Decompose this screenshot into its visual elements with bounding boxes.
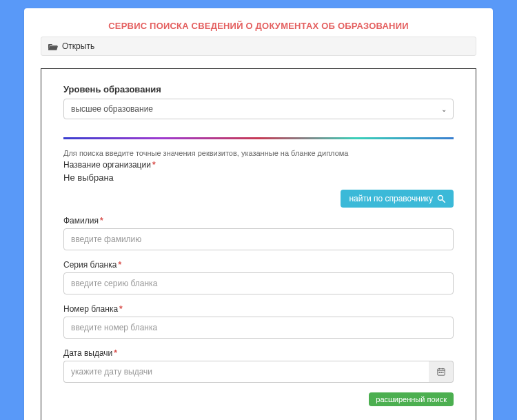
date-label: Дата выдачи* xyxy=(63,348,454,358)
date-picker-button[interactable] xyxy=(429,361,454,383)
search-icon xyxy=(437,194,445,203)
org-label-text: Название организации xyxy=(63,160,151,170)
required-mark: * xyxy=(119,304,123,314)
org-label: Название организации* xyxy=(63,160,454,170)
level-select[interactable]: высшее образование xyxy=(63,99,454,119)
surname-label-text: Фамилия xyxy=(63,216,99,226)
required-mark: * xyxy=(114,348,117,358)
series-group: Серия бланка* xyxy=(63,260,454,294)
date-group-wrap: Дата выдачи* xyxy=(63,348,454,383)
open-panel[interactable]: Открыть xyxy=(41,37,476,56)
calendar-icon xyxy=(437,368,445,376)
surname-label: Фамилия* xyxy=(63,216,454,226)
required-mark: * xyxy=(118,260,121,270)
date-input[interactable] xyxy=(63,361,429,383)
number-label-text: Номер бланка xyxy=(63,304,118,314)
svg-line-1 xyxy=(443,200,445,203)
number-group: Номер бланка* xyxy=(63,304,454,339)
org-not-selected: Не выбрана xyxy=(63,172,454,183)
level-label: Уровень образования xyxy=(63,84,454,94)
date-input-group xyxy=(63,361,454,383)
surname-input[interactable] xyxy=(63,228,454,250)
divider-gradient xyxy=(63,137,454,139)
find-reference-button[interactable]: найти по справочнику xyxy=(341,190,454,208)
svg-rect-6 xyxy=(438,372,440,373)
find-reference-label: найти по справочнику xyxy=(349,194,433,203)
svg-rect-7 xyxy=(440,372,442,373)
required-mark: * xyxy=(100,216,103,226)
advanced-search-button[interactable]: расширенный поиск xyxy=(369,392,454,406)
folder-open-icon xyxy=(48,43,58,50)
surname-group: Фамилия* xyxy=(63,216,454,250)
required-mark: * xyxy=(152,160,156,170)
level-select-wrap: высшее образование ⌄ xyxy=(63,99,454,119)
form-hint: Для поиска введите точные значения рекви… xyxy=(63,149,454,157)
advanced-search-row: расширенный поиск xyxy=(63,392,454,406)
page-title: СЕРВИС ПОИСКА СВЕДЕНИЙ О ДОКУМЕНТАХ ОБ О… xyxy=(41,21,476,31)
advanced-search-label: расширенный поиск xyxy=(376,395,447,403)
number-input[interactable] xyxy=(63,317,454,339)
svg-rect-8 xyxy=(442,372,443,373)
form-frame: Уровень образования высшее образование ⌄… xyxy=(41,68,476,420)
open-label: Открыть xyxy=(62,41,94,51)
number-label: Номер бланка* xyxy=(63,304,454,314)
page-container: СЕРВИС ПОИСКА СВЕДЕНИЙ О ДОКУМЕНТАХ ОБ О… xyxy=(24,8,493,420)
find-reference-row: найти по справочнику xyxy=(63,190,454,208)
series-label-text: Серия бланка xyxy=(63,260,116,270)
series-input[interactable] xyxy=(63,272,454,294)
series-label: Серия бланка* xyxy=(63,260,454,270)
date-label-text: Дата выдачи xyxy=(63,348,112,358)
